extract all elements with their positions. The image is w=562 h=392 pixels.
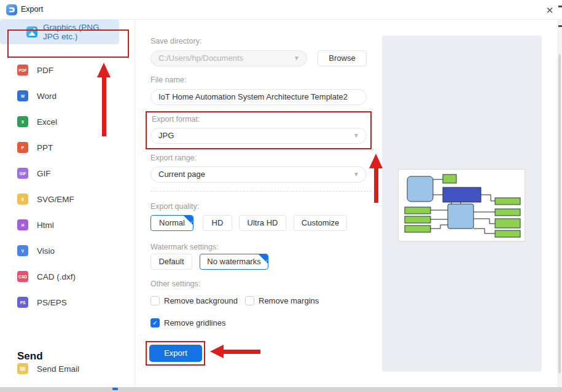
annotation-box-export-button: [146, 341, 205, 366]
save-directory-label: Save directory:: [150, 37, 201, 45]
quality-option-label: Normal: [159, 218, 185, 227]
preview-panel: [382, 36, 542, 372]
sidebar-item-label: CAD (.dxf): [37, 272, 76, 281]
sidebar-item-label: Visio: [37, 246, 55, 256]
email-icon: ✉: [17, 363, 28, 374]
annotation-arrow-up-graphics: [102, 76, 106, 136]
chevron-down-icon: ▼: [294, 51, 300, 66]
ps-file-icon: PS: [17, 297, 28, 308]
sidebar-item-gif[interactable]: GIF GIF: [0, 160, 135, 186]
sidebar-item-ps-eps[interactable]: PS PS/EPS: [0, 289, 135, 315]
export-quality-label: Export quality:: [150, 202, 199, 211]
annotation-arrow-up-format: [374, 167, 378, 203]
save-directory-value: C:/Users/hp/Documents: [158, 53, 243, 63]
sidebar-item-label: Excel: [37, 117, 57, 127]
quality-option-ultra-hd[interactable]: Ultra HD: [239, 215, 286, 231]
preview-thumbnail: [398, 169, 525, 241]
sidebar-item-label: GIF: [37, 169, 51, 178]
preview-diagram: [399, 170, 525, 241]
quality-option-customize[interactable]: Customize: [294, 215, 347, 231]
selected-check-icon: ✓: [258, 254, 268, 264]
sidebar-item-label: Send Email: [37, 364, 79, 374]
export-range-value: Current page: [158, 170, 205, 179]
annotation-arrow-left-export: [222, 350, 260, 354]
annotation-arrowhead-icon: [210, 345, 224, 358]
sidebar-item-html[interactable]: H Html: [0, 212, 135, 238]
cad-file-icon: CAD: [17, 271, 28, 282]
sidebar-item-pdf[interactable]: PDF PDF: [0, 57, 135, 83]
html-file-icon: H: [17, 219, 28, 230]
browse-button[interactable]: Browse: [318, 50, 367, 66]
remove-gridlines-checkbox[interactable]: ✓: [150, 318, 160, 327]
remove-margins-label: Remove margins: [259, 296, 319, 305]
save-directory-dropdown[interactable]: C:/Users/hp/Documents ▼: [150, 50, 307, 66]
pdf-file-icon: PDF: [17, 65, 28, 76]
sidebar-item-label: PS/EPS: [37, 298, 67, 307]
file-name-input[interactable]: IoT Home Automation System Architecture …: [150, 89, 367, 105]
sidebar-item-label: SVG/EMF: [37, 195, 74, 204]
sidebar-item-label: PPT: [37, 143, 53, 152]
annotation-box-export-format: [146, 111, 372, 149]
chevron-down-icon: ▼: [353, 167, 359, 182]
sidebar-item-svg-emf[interactable]: S SVG/EMF: [0, 186, 135, 212]
app-logo-icon: [6, 4, 17, 15]
watermark-option-label: No watermarks: [207, 257, 260, 266]
remove-background-label: Remove background: [164, 296, 238, 305]
sidebar-item-ppt[interactable]: P PPT: [0, 135, 135, 160]
remove-gridlines-label: Remove gridlines: [164, 318, 225, 327]
file-name-value: IoT Home Automation System Architecture …: [158, 92, 348, 101]
sidebar-item-cad[interactable]: CAD CAD (.dxf): [0, 264, 135, 289]
sidebar-item-excel[interactable]: X Excel: [0, 109, 135, 135]
quality-option-normal[interactable]: Normal ✓: [150, 215, 193, 231]
section-divider: [150, 191, 372, 192]
watermark-option-default[interactable]: Default: [150, 254, 192, 270]
ppt-file-icon: P: [17, 142, 28, 153]
title-bar: Export ✕: [0, 0, 562, 20]
sidebar-item-label: Word: [37, 92, 57, 101]
sidebar-item-word[interactable]: W Word: [0, 83, 135, 109]
watermark-settings-label: Watermark settings:: [150, 243, 219, 251]
file-name-label: File name:: [150, 76, 186, 84]
sidebar-item-label: Html: [37, 221, 54, 230]
quality-option-hd[interactable]: HD: [203, 215, 232, 231]
export-range-label: Export range:: [150, 154, 197, 162]
taskbar-edge: [0, 387, 562, 392]
sidebar-item-send-email[interactable]: ✉ Send Email: [0, 356, 135, 382]
window-edge-mark: [558, 6, 562, 7]
visio-file-icon: V: [17, 245, 28, 256]
format-sidebar: Graphics (PNG, JPG etc.) PDF PDF W Word …: [0, 20, 135, 387]
remove-background-checkbox[interactable]: [150, 296, 160, 305]
scrollbar[interactable]: [558, 54, 561, 374]
close-icon[interactable]: ✕: [543, 4, 556, 17]
dialog-title: Export: [21, 5, 43, 14]
annotation-arrowhead-icon: [97, 63, 111, 77]
svg-file-icon: S: [17, 194, 28, 205]
window-edge-mark: [558, 25, 562, 27]
remove-margins-checkbox[interactable]: [245, 296, 254, 305]
taskbar-accent: [112, 388, 118, 390]
gif-file-icon: GIF: [17, 168, 28, 179]
sidebar-item-visio[interactable]: V Visio: [0, 238, 135, 264]
other-settings-label: Other settings:: [150, 280, 200, 288]
watermark-option-no-watermarks[interactable]: No watermarks ✓: [200, 254, 268, 270]
excel-file-icon: X: [17, 116, 28, 127]
annotation-arrowhead-icon: [369, 154, 383, 168]
export-range-dropdown[interactable]: Current page ▼: [150, 167, 367, 182]
sidebar-item-label: PDF: [37, 66, 53, 75]
word-file-icon: W: [17, 90, 28, 101]
selected-check-icon: ✓: [183, 215, 193, 225]
annotation-box-graphics: [7, 29, 129, 58]
